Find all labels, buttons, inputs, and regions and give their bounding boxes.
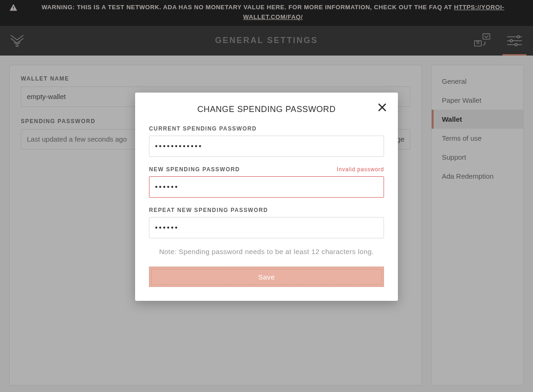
current-password-input[interactable] [149, 136, 384, 157]
modal-overlay[interactable]: CHANGE SPENDING PASSWORD CURRENT SPENDIN… [0, 0, 533, 392]
current-password-label: CURRENT SPENDING PASSWORD [149, 125, 257, 132]
password-note: Note: Spending password needs to be at l… [149, 248, 384, 255]
change-password-modal: CHANGE SPENDING PASSWORD CURRENT SPENDIN… [135, 93, 398, 301]
save-button[interactable]: Save [149, 267, 384, 287]
close-icon[interactable] [377, 102, 388, 113]
new-password-error: Invalid password [337, 166, 384, 173]
modal-title: CHANGE SPENDING PASSWORD [149, 105, 384, 114]
new-password-label: NEW SPENDING PASSWORD [149, 166, 240, 173]
repeat-password-input[interactable] [149, 217, 384, 238]
new-password-input[interactable] [149, 176, 384, 198]
repeat-password-label: REPEAT NEW SPENDING PASSWORD [149, 207, 268, 213]
